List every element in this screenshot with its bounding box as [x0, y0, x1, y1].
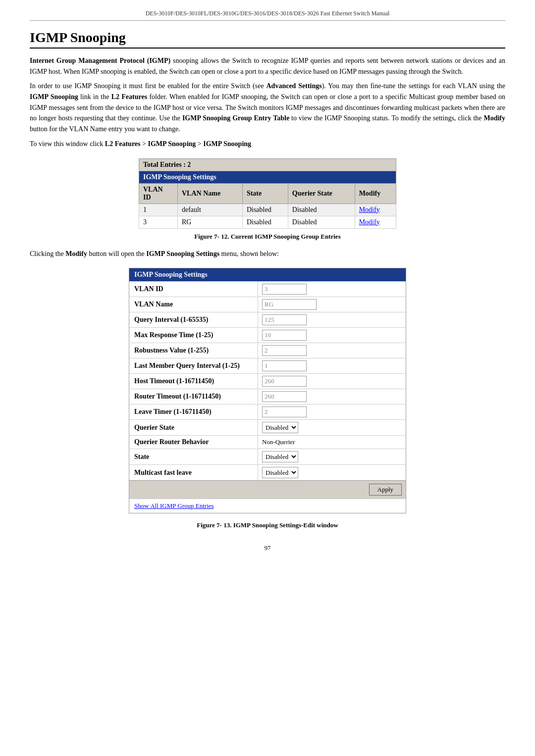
- settings-panel-header: IGMP Snooping Settings: [129, 268, 406, 281]
- total-entries-row: Total Entries : 2: [139, 158, 396, 171]
- section-title: IGMP Snooping Settings: [139, 171, 396, 183]
- second-figure-caption: Figure 7- 13. IGMP Snooping Settings-Edi…: [30, 521, 505, 529]
- modify-btn-2[interactable]: Modify: [355, 216, 396, 228]
- vlan-id-2: 3: [139, 216, 178, 228]
- label-host-timeout: Host Timeout (1-16711450): [129, 374, 258, 389]
- value-vlan-id: [258, 282, 406, 297]
- input-robustness[interactable]: [262, 345, 307, 356]
- vlan-name-1: default: [177, 203, 242, 216]
- settings-row-querier-router: Querier Router Behavior Non-Querier: [129, 435, 406, 449]
- page-number: 97: [30, 544, 505, 552]
- select-querier-state[interactable]: Disabled Enabled: [262, 422, 298, 433]
- col-state: State: [242, 183, 288, 203]
- value-multicast-fast-leave: Disabled Enabled: [258, 465, 406, 480]
- querier-router-value: Non-Querier: [262, 438, 295, 446]
- intro-paragraph-3: To view this window click L2 Features > …: [30, 139, 505, 150]
- page-header: DES-3010F/DES-3010FL/DES-3010G/DES-3016/…: [30, 10, 505, 21]
- label-query-interval: Query Interval (1-65535): [129, 312, 258, 327]
- input-query-interval[interactable]: [262, 314, 307, 325]
- state-2: Disabled: [242, 216, 288, 228]
- label-vlan-name: VLAN Name: [129, 297, 258, 312]
- col-modify: Modify: [355, 183, 396, 203]
- vlan-name-2: RG: [177, 216, 242, 228]
- value-state: Disabled Enabled: [258, 449, 406, 464]
- settings-panel-container: IGMP Snooping Settings VLAN ID VLAN Name…: [30, 268, 505, 517]
- intro-paragraph-1: Internet Group Management Protocol (IGMP…: [30, 55, 505, 77]
- settings-row-last-member: Last Member Query Interval (1-25): [129, 358, 406, 373]
- value-querier-router: Non-Querier: [258, 436, 406, 449]
- input-max-response[interactable]: [262, 330, 307, 341]
- label-max-response: Max Response Time (1-25): [129, 328, 258, 343]
- first-figure-caption: Figure 7- 12. Current IGMP Snooping Grou…: [30, 233, 505, 241]
- igmp-snooping-table: Total Entries : 2 IGMP Snooping Settings…: [139, 158, 396, 229]
- label-vlan-id: VLAN ID: [129, 282, 258, 297]
- settings-row-multicast-fast-leave: Multicast fast leave Disabled Enabled: [129, 464, 406, 480]
- value-leave-timer: [258, 404, 406, 419]
- input-leave-timer[interactable]: [262, 406, 307, 417]
- col-vlan-id: VLANID: [139, 183, 178, 203]
- value-querier-state: Disabled Enabled: [258, 420, 406, 435]
- label-multicast-fast-leave: Multicast fast leave: [129, 465, 258, 480]
- igmp-settings-panel: IGMP Snooping Settings VLAN ID VLAN Name…: [129, 268, 406, 513]
- label-router-timeout: Router Timeout (1-16711450): [129, 389, 258, 404]
- value-robustness: [258, 343, 406, 358]
- input-host-timeout[interactable]: [262, 376, 307, 387]
- settings-row-host-timeout: Host Timeout (1-16711450): [129, 373, 406, 389]
- mid-text: Clicking the Modify button will open the…: [30, 249, 505, 259]
- querier-state-2: Disabled: [288, 216, 355, 228]
- input-router-timeout[interactable]: [262, 391, 307, 402]
- value-query-interval: [258, 312, 406, 327]
- apply-row: Apply: [129, 480, 406, 499]
- settings-row-vlan-id: VLAN ID: [129, 281, 406, 297]
- value-max-response: [258, 328, 406, 343]
- settings-row-query-interval: Query Interval (1-65535): [129, 312, 406, 327]
- settings-row-max-response: Max Response Time (1-25): [129, 327, 406, 343]
- settings-row-vlan-name: VLAN Name: [129, 297, 406, 312]
- select-multicast-fast-leave[interactable]: Disabled Enabled: [262, 467, 298, 478]
- value-vlan-name: [258, 297, 406, 312]
- state-1: Disabled: [242, 203, 288, 216]
- label-last-member: Last Member Query Interval (1-25): [129, 358, 258, 373]
- settings-row-leave-timer: Leave Timer (1-16711450): [129, 404, 406, 419]
- intro-paragraph-2: In order to use IGMP Snooping it must fi…: [30, 81, 505, 134]
- value-router-timeout: [258, 389, 406, 404]
- section-header-row: IGMP Snooping Settings: [139, 171, 396, 183]
- table-row: 3 RG Disabled Disabled Modify: [139, 216, 396, 228]
- col-querier-state: Querier State: [288, 183, 355, 203]
- column-header-row: VLANID VLAN Name State Querier State Mod…: [139, 183, 396, 203]
- input-vlan-id[interactable]: [262, 284, 307, 295]
- label-querier-state: Querier State: [129, 420, 258, 435]
- value-host-timeout: [258, 374, 406, 389]
- label-leave-timer: Leave Timer (1-16711450): [129, 404, 258, 419]
- modify-btn-1[interactable]: Modify: [355, 203, 396, 216]
- label-state: State: [129, 449, 258, 464]
- label-robustness: Robustness Value (1-255): [129, 343, 258, 358]
- first-table-container: Total Entries : 2 IGMP Snooping Settings…: [30, 158, 505, 229]
- settings-row-robustness: Robustness Value (1-255): [129, 343, 406, 358]
- input-vlan-name[interactable]: [262, 299, 317, 310]
- value-last-member: [258, 358, 406, 373]
- show-all-link[interactable]: Show All IGMP Group Entries: [134, 502, 214, 509]
- label-querier-router: Querier Router Behavior: [129, 436, 258, 449]
- total-entries-label: Total Entries : 2: [139, 158, 396, 171]
- link-row: Show All IGMP Group Entries: [129, 499, 406, 513]
- page-title: IGMP Snooping: [30, 30, 505, 49]
- vlan-id-1: 1: [139, 203, 178, 216]
- settings-row-router-timeout: Router Timeout (1-16711450): [129, 389, 406, 404]
- apply-button[interactable]: Apply: [369, 484, 402, 496]
- querier-state-1: Disabled: [288, 203, 355, 216]
- input-last-member[interactable]: [262, 360, 307, 371]
- table-row: 1 default Disabled Disabled Modify: [139, 203, 396, 216]
- settings-row-querier-state: Querier State Disabled Enabled: [129, 419, 406, 435]
- col-vlan-name: VLAN Name: [177, 183, 242, 203]
- settings-row-state: State Disabled Enabled: [129, 449, 406, 464]
- select-state[interactable]: Disabled Enabled: [262, 451, 298, 462]
- header-title: DES-3010F/DES-3010FL/DES-3010G/DES-3016/…: [146, 10, 390, 17]
